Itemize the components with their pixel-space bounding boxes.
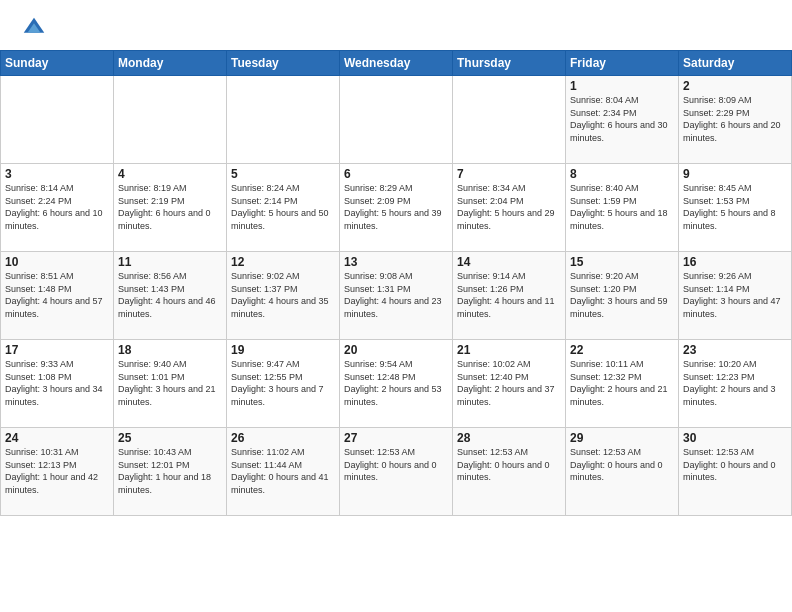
calendar-week-5: 24Sunrise: 10:31 AMSunset: 12:13 PMDayli… [1,428,792,516]
day-number: 13 [344,255,448,269]
day-number: 10 [5,255,109,269]
calendar-cell: 4Sunrise: 8:19 AMSunset: 2:19 PMDaylight… [114,164,227,252]
calendar-cell: 2Sunrise: 8:09 AMSunset: 2:29 PMDaylight… [679,76,792,164]
day-number: 9 [683,167,787,181]
day-info: Sunset: 12:53 AMDaylight: 0 hours and 0 … [344,446,448,484]
calendar-week-4: 17Sunrise: 9:33 AMSunset: 1:08 PMDayligh… [1,340,792,428]
day-number: 22 [570,343,674,357]
day-info: Sunrise: 8:34 AMSunset: 2:04 PMDaylight:… [457,182,561,232]
calendar-cell: 23Sunrise: 10:20 AMSunset: 12:23 PMDayli… [679,340,792,428]
day-info: Sunrise: 8:40 AMSunset: 1:59 PMDaylight:… [570,182,674,232]
calendar-cell: 20Sunrise: 9:54 AMSunset: 12:48 PMDaylig… [340,340,453,428]
column-header-saturday: Saturday [679,51,792,76]
calendar-cell: 12Sunrise: 9:02 AMSunset: 1:37 PMDayligh… [227,252,340,340]
calendar-cell: 17Sunrise: 9:33 AMSunset: 1:08 PMDayligh… [1,340,114,428]
day-info: Sunrise: 8:51 AMSunset: 1:48 PMDaylight:… [5,270,109,320]
calendar-cell [1,76,114,164]
day-info: Sunrise: 9:14 AMSunset: 1:26 PMDaylight:… [457,270,561,320]
day-info: Sunrise: 9:02 AMSunset: 1:37 PMDaylight:… [231,270,335,320]
day-number: 6 [344,167,448,181]
calendar-cell [227,76,340,164]
calendar-cell: 10Sunrise: 8:51 AMSunset: 1:48 PMDayligh… [1,252,114,340]
day-info: Sunrise: 8:04 AMSunset: 2:34 PMDaylight:… [570,94,674,144]
day-info: Sunrise: 10:31 AMSunset: 12:13 PMDayligh… [5,446,109,496]
calendar-week-1: 1Sunrise: 8:04 AMSunset: 2:34 PMDaylight… [1,76,792,164]
calendar-cell: 21Sunrise: 10:02 AMSunset: 12:40 PMDayli… [453,340,566,428]
day-number: 5 [231,167,335,181]
day-number: 3 [5,167,109,181]
calendar-cell: 14Sunrise: 9:14 AMSunset: 1:26 PMDayligh… [453,252,566,340]
day-number: 16 [683,255,787,269]
day-number: 17 [5,343,109,357]
day-info: Sunset: 12:53 AMDaylight: 0 hours and 0 … [570,446,674,484]
day-number: 14 [457,255,561,269]
day-info: Sunrise: 8:29 AMSunset: 2:09 PMDaylight:… [344,182,448,232]
calendar-cell: 19Sunrise: 9:47 AMSunset: 12:55 PMDaylig… [227,340,340,428]
day-info: Sunrise: 8:24 AMSunset: 2:14 PMDaylight:… [231,182,335,232]
day-info: Sunset: 12:53 AMDaylight: 0 hours and 0 … [457,446,561,484]
day-info: Sunrise: 8:14 AMSunset: 2:24 PMDaylight:… [5,182,109,232]
calendar-cell [114,76,227,164]
column-header-tuesday: Tuesday [227,51,340,76]
day-number: 30 [683,431,787,445]
calendar-cell: 5Sunrise: 8:24 AMSunset: 2:14 PMDaylight… [227,164,340,252]
calendar-table: SundayMondayTuesdayWednesdayThursdayFrid… [0,50,792,516]
calendar-cell: 30Sunset: 12:53 AMDaylight: 0 hours and … [679,428,792,516]
day-info: Sunrise: 10:02 AMSunset: 12:40 PMDayligh… [457,358,561,408]
day-info: Sunrise: 8:19 AMSunset: 2:19 PMDaylight:… [118,182,222,232]
day-number: 7 [457,167,561,181]
day-number: 8 [570,167,674,181]
day-info: Sunrise: 9:40 AMSunset: 1:01 PMDaylight:… [118,358,222,408]
calendar-cell: 9Sunrise: 8:45 AMSunset: 1:53 PMDaylight… [679,164,792,252]
day-info: Sunrise: 8:56 AMSunset: 1:43 PMDaylight:… [118,270,222,320]
calendar-cell [453,76,566,164]
calendar-week-3: 10Sunrise: 8:51 AMSunset: 1:48 PMDayligh… [1,252,792,340]
day-info: Sunrise: 10:11 AMSunset: 12:32 PMDayligh… [570,358,674,408]
day-number: 4 [118,167,222,181]
day-number: 11 [118,255,222,269]
day-number: 29 [570,431,674,445]
day-info: Sunrise: 9:26 AMSunset: 1:14 PMDaylight:… [683,270,787,320]
calendar-cell [340,76,453,164]
day-info: Sunrise: 9:47 AMSunset: 12:55 PMDaylight… [231,358,335,408]
calendar-week-2: 3Sunrise: 8:14 AMSunset: 2:24 PMDaylight… [1,164,792,252]
day-number: 18 [118,343,222,357]
day-info: Sunset: 12:53 AMDaylight: 0 hours and 0 … [683,446,787,484]
calendar-cell: 25Sunrise: 10:43 AMSunset: 12:01 PMDayli… [114,428,227,516]
day-number: 27 [344,431,448,445]
day-info: Sunrise: 10:43 AMSunset: 12:01 PMDayligh… [118,446,222,496]
day-number: 19 [231,343,335,357]
column-header-friday: Friday [566,51,679,76]
calendar-cell: 27Sunset: 12:53 AMDaylight: 0 hours and … [340,428,453,516]
calendar-cell: 16Sunrise: 9:26 AMSunset: 1:14 PMDayligh… [679,252,792,340]
column-header-thursday: Thursday [453,51,566,76]
calendar-cell: 3Sunrise: 8:14 AMSunset: 2:24 PMDaylight… [1,164,114,252]
day-info: Sunrise: 8:45 AMSunset: 1:53 PMDaylight:… [683,182,787,232]
day-info: Sunrise: 9:08 AMSunset: 1:31 PMDaylight:… [344,270,448,320]
column-header-sunday: Sunday [1,51,114,76]
calendar-cell: 7Sunrise: 8:34 AMSunset: 2:04 PMDaylight… [453,164,566,252]
day-number: 25 [118,431,222,445]
logo-icon [20,14,48,42]
calendar-cell: 22Sunrise: 10:11 AMSunset: 12:32 PMDayli… [566,340,679,428]
column-header-monday: Monday [114,51,227,76]
calendar-cell: 24Sunrise: 10:31 AMSunset: 12:13 PMDayli… [1,428,114,516]
calendar-cell: 26Sunrise: 11:02 AMSunset: 11:44 AMDayli… [227,428,340,516]
day-number: 24 [5,431,109,445]
day-number: 15 [570,255,674,269]
day-info: Sunrise: 9:54 AMSunset: 12:48 PMDaylight… [344,358,448,408]
page-header [0,0,792,50]
calendar-cell: 29Sunset: 12:53 AMDaylight: 0 hours and … [566,428,679,516]
day-info: Sunrise: 9:20 AMSunset: 1:20 PMDaylight:… [570,270,674,320]
calendar-cell: 8Sunrise: 8:40 AMSunset: 1:59 PMDaylight… [566,164,679,252]
calendar-cell: 6Sunrise: 8:29 AMSunset: 2:09 PMDaylight… [340,164,453,252]
day-info: Sunrise: 11:02 AMSunset: 11:44 AMDayligh… [231,446,335,496]
day-number: 21 [457,343,561,357]
day-number: 28 [457,431,561,445]
calendar-cell: 11Sunrise: 8:56 AMSunset: 1:43 PMDayligh… [114,252,227,340]
day-number: 2 [683,79,787,93]
calendar-cell: 15Sunrise: 9:20 AMSunset: 1:20 PMDayligh… [566,252,679,340]
column-header-wednesday: Wednesday [340,51,453,76]
calendar-cell: 1Sunrise: 8:04 AMSunset: 2:34 PMDaylight… [566,76,679,164]
day-number: 1 [570,79,674,93]
